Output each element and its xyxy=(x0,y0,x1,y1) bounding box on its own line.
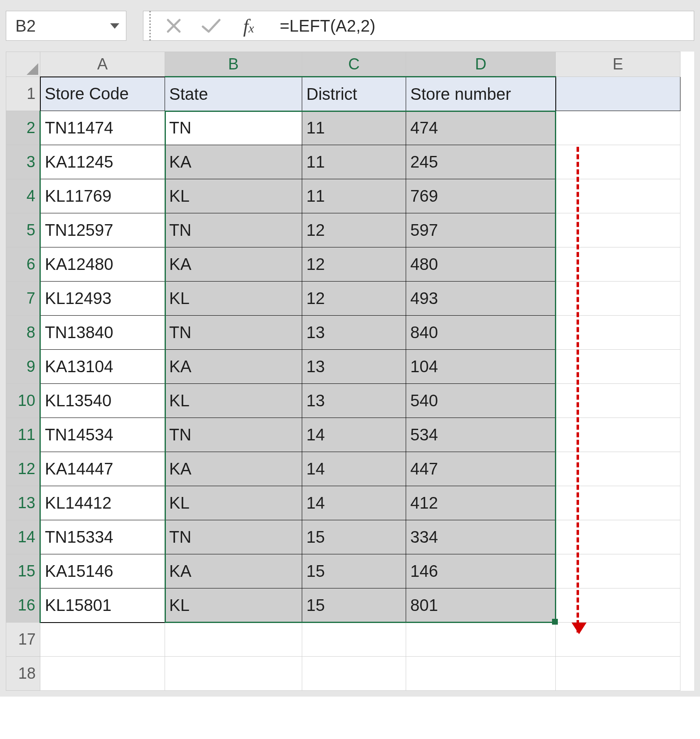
col-header-D[interactable]: D xyxy=(406,52,556,77)
cell-C3[interactable]: 11 xyxy=(302,145,406,179)
row-header-9[interactable]: 9 xyxy=(6,350,40,384)
cell-B1[interactable]: State xyxy=(165,77,302,111)
row-header-15[interactable]: 15 xyxy=(6,554,40,588)
cell-E15[interactable] xyxy=(556,554,680,588)
cell-B15[interactable]: KA xyxy=(165,554,302,588)
row-header-10[interactable]: 10 xyxy=(6,384,40,418)
cell-B14[interactable]: TN xyxy=(165,520,302,554)
cell-B5[interactable]: TN xyxy=(165,213,302,247)
cell-D15[interactable]: 146 xyxy=(406,554,556,588)
cell-D1[interactable]: Store number xyxy=(406,77,556,111)
cell-D16[interactable]: 801 xyxy=(406,588,556,623)
cell-D6[interactable]: 480 xyxy=(406,247,556,282)
cell-E5[interactable] xyxy=(556,213,680,247)
cell-D11[interactable]: 534 xyxy=(406,418,556,452)
cell-A10[interactable]: KL13540 xyxy=(40,384,165,418)
col-header-C[interactable]: C xyxy=(302,52,406,77)
cell-A7[interactable]: KL12493 xyxy=(40,282,165,316)
cell-B7[interactable]: KL xyxy=(165,282,302,316)
enter-icon[interactable] xyxy=(192,11,230,41)
cell-E11[interactable] xyxy=(556,418,680,452)
cell-A13[interactable]: KL14412 xyxy=(40,486,165,520)
col-header-A[interactable]: A xyxy=(40,52,165,77)
cell-D5[interactable]: 597 xyxy=(406,213,556,247)
cell-A8[interactable]: TN13840 xyxy=(40,316,165,350)
cell-E6[interactable] xyxy=(556,247,680,282)
cell-D18[interactable] xyxy=(406,657,556,691)
col-header-B[interactable]: B xyxy=(165,52,302,77)
cell-B13[interactable]: KL xyxy=(165,486,302,520)
cell-A4[interactable]: KL11769 xyxy=(40,179,165,213)
row-header-12[interactable]: 12 xyxy=(6,452,40,486)
cell-C13[interactable]: 14 xyxy=(302,486,406,520)
cancel-icon[interactable] xyxy=(155,11,192,41)
cell-E4[interactable] xyxy=(556,179,680,213)
cell-D8[interactable]: 840 xyxy=(406,316,556,350)
cell-A3[interactable]: KA11245 xyxy=(40,145,165,179)
cell-B11[interactable]: TN xyxy=(165,418,302,452)
cell-D4[interactable]: 769 xyxy=(406,179,556,213)
cell-B9[interactable]: KA xyxy=(165,350,302,384)
cell-C16[interactable]: 15 xyxy=(302,588,406,623)
cell-C18[interactable] xyxy=(302,657,406,691)
cell-C5[interactable]: 12 xyxy=(302,213,406,247)
cell-A6[interactable]: KA12480 xyxy=(40,247,165,282)
cell-C1[interactable]: District xyxy=(302,77,406,111)
cell-E16[interactable] xyxy=(556,588,680,623)
cell-C12[interactable]: 14 xyxy=(302,452,406,486)
cell-E14[interactable] xyxy=(556,520,680,554)
cell-B3[interactable]: KA xyxy=(165,145,302,179)
fx-icon[interactable]: fx xyxy=(230,11,267,41)
row-header-5[interactable]: 5 xyxy=(6,213,40,247)
cell-D3[interactable]: 245 xyxy=(406,145,556,179)
cell-B4[interactable]: KL xyxy=(165,179,302,213)
cell-A16[interactable]: KL15801 xyxy=(40,588,165,623)
cell-E3[interactable] xyxy=(556,145,680,179)
cell-E13[interactable] xyxy=(556,486,680,520)
select-all-corner[interactable] xyxy=(6,52,40,77)
row-header-13[interactable]: 13 xyxy=(6,486,40,520)
row-header-11[interactable]: 11 xyxy=(6,418,40,452)
cell-A11[interactable]: TN14534 xyxy=(40,418,165,452)
col-header-E[interactable]: E xyxy=(556,52,680,77)
row-header-3[interactable]: 3 xyxy=(6,145,40,179)
cell-B8[interactable]: TN xyxy=(165,316,302,350)
cell-A5[interactable]: TN12597 xyxy=(40,213,165,247)
cell-D14[interactable]: 334 xyxy=(406,520,556,554)
formula-input[interactable]: =LEFT(A2,2) xyxy=(271,11,694,41)
row-header-17[interactable]: 17 xyxy=(6,623,40,657)
row-header-6[interactable]: 6 xyxy=(6,247,40,282)
cell-C9[interactable]: 13 xyxy=(302,350,406,384)
cell-B10[interactable]: KL xyxy=(165,384,302,418)
name-box[interactable]: B2 xyxy=(6,11,126,41)
cell-D2[interactable]: 474 xyxy=(406,111,556,145)
cell-B6[interactable]: KA xyxy=(165,247,302,282)
cell-A9[interactable]: KA13104 xyxy=(40,350,165,384)
row-header-16[interactable]: 16 xyxy=(6,588,40,623)
spreadsheet-grid[interactable]: A B C D E 1Store CodeStateDistrictStore … xyxy=(6,52,694,691)
cell-E7[interactable] xyxy=(556,282,680,316)
cell-D13[interactable]: 412 xyxy=(406,486,556,520)
cell-E1[interactable] xyxy=(556,77,680,111)
cell-D7[interactable]: 493 xyxy=(406,282,556,316)
cell-C8[interactable]: 13 xyxy=(302,316,406,350)
cell-A15[interactable]: KA15146 xyxy=(40,554,165,588)
cell-D10[interactable]: 540 xyxy=(406,384,556,418)
cell-A2[interactable]: TN11474 xyxy=(40,111,165,145)
cell-C7[interactable]: 12 xyxy=(302,282,406,316)
cell-A12[interactable]: KA14447 xyxy=(40,452,165,486)
cell-C10[interactable]: 13 xyxy=(302,384,406,418)
cell-C15[interactable]: 15 xyxy=(302,554,406,588)
cell-C11[interactable]: 14 xyxy=(302,418,406,452)
cell-E8[interactable] xyxy=(556,316,680,350)
cell-E2[interactable] xyxy=(556,111,680,145)
cell-E18[interactable] xyxy=(556,657,680,691)
cell-C2[interactable]: 11 xyxy=(302,111,406,145)
cell-C17[interactable] xyxy=(302,623,406,657)
cell-A1[interactable]: Store Code xyxy=(40,77,165,111)
cell-B18[interactable] xyxy=(165,657,302,691)
cell-E10[interactable] xyxy=(556,384,680,418)
cell-C6[interactable]: 12 xyxy=(302,247,406,282)
cell-D9[interactable]: 104 xyxy=(406,350,556,384)
cell-B12[interactable]: KA xyxy=(165,452,302,486)
